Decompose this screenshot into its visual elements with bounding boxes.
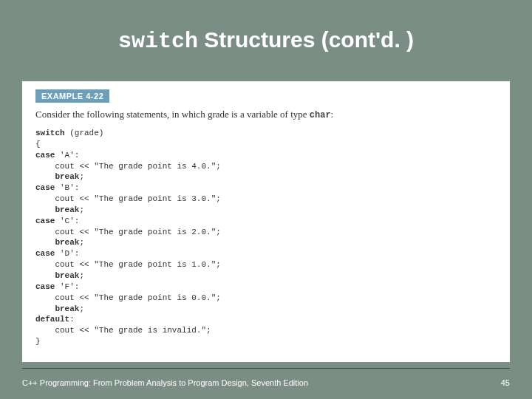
code-block: switch (grade) { case 'A': cout << "The … (35, 128, 497, 347)
example-badge: EXAMPLE 4-22 (35, 89, 109, 103)
intro-prefix: Consider the following statements, in wh… (35, 109, 310, 120)
footer-rule (22, 368, 510, 369)
intro-suffix: : (331, 109, 334, 120)
page-number: 45 (501, 378, 510, 387)
slide-title: switch Structures (cont'd. ) (118, 27, 414, 54)
intro-type: char (310, 110, 331, 120)
intro-text: Consider the following statements, in wh… (35, 109, 497, 120)
title-mono-part: switch (118, 29, 198, 54)
footer-text: C++ Programming: From Problem Analysis t… (22, 378, 308, 387)
slide-title-bar: switch Structures (cont'd. ) (0, 0, 532, 81)
content-area: EXAMPLE 4-22 Consider the following stat… (22, 81, 510, 362)
footer-bar: C++ Programming: From Problem Analysis t… (0, 362, 532, 399)
title-rest: Structures (cont'd. ) (198, 27, 414, 52)
